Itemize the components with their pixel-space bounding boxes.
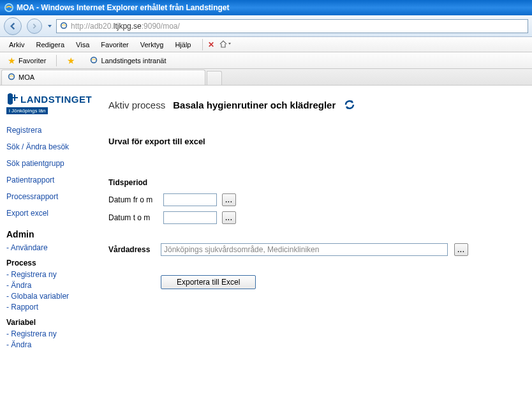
sidebar-process-andra[interactable]: - Ändra xyxy=(6,281,96,290)
datum-from-input[interactable] xyxy=(163,193,217,206)
tab-bar: MOA xyxy=(0,69,532,86)
menu-redigera[interactable]: Redigera xyxy=(31,39,70,50)
svg-point-0 xyxy=(5,4,13,11)
menu-visa[interactable]: Visa xyxy=(71,39,94,50)
datum-tom-input[interactable] xyxy=(163,211,217,224)
add-favorite-button[interactable]: ★ xyxy=(63,54,79,67)
process-section-title: Process xyxy=(6,259,96,267)
ie-page-icon xyxy=(7,72,16,82)
separator xyxy=(56,55,57,66)
vardadress-input[interactable] xyxy=(161,243,448,256)
sidebar-patientrapport[interactable]: Patientrapport xyxy=(6,176,96,184)
sidebar-variabel-andra[interactable]: - Ändra xyxy=(6,340,96,349)
back-button[interactable] xyxy=(4,17,22,35)
aktiv-process-label: Aktiv process xyxy=(108,100,165,110)
svg-point-1 xyxy=(61,22,67,28)
star-icon: ★ xyxy=(8,56,16,66)
window-titlebar: MOA - Windows Internet Explorer erhållet… xyxy=(0,0,532,15)
ie-page-icon xyxy=(89,56,98,66)
process-line: Aktiv process Basala hygienrutiner och k… xyxy=(108,98,526,111)
logo-text: LANDSTINGET xyxy=(20,94,92,105)
menu-verktyg[interactable]: Verktyg xyxy=(135,39,169,50)
star-add-icon: ★ xyxy=(67,56,75,66)
close-toolbar-icon[interactable]: ✕ xyxy=(208,40,214,49)
favorites-button[interactable]: ★ Favoriter xyxy=(4,54,50,67)
main-area: Aktiv process Basala hygienrutiner och k… xyxy=(108,92,526,351)
menu-arkiv[interactable]: Arkiv xyxy=(4,39,29,50)
tab-moa[interactable]: MOA xyxy=(1,70,205,85)
intranet-label: Landstingets intranät xyxy=(101,57,166,64)
sidebar-process-globala[interactable]: - Globala variabler xyxy=(6,292,96,301)
section-heading: Urval för export till excel xyxy=(108,137,526,146)
export-button[interactable]: Exportera till Excel xyxy=(161,275,256,289)
vardadress-label: Vårdadress xyxy=(108,245,154,254)
datum-from-picker[interactable]: ... xyxy=(222,193,236,206)
admin-section-title: Admin xyxy=(6,229,96,239)
logo-badge-icon xyxy=(6,92,19,106)
tidsperiod-label: Tidsperiod xyxy=(108,178,526,187)
datum-tom-label: Datum t o m xyxy=(108,213,158,222)
favorites-label: Favoriter xyxy=(18,57,46,64)
menu-hjalp[interactable]: Hjälp xyxy=(170,39,196,50)
sidebar-anvandare[interactable]: - Användare xyxy=(6,243,96,252)
ie-icon xyxy=(4,3,14,13)
address-bar[interactable]: http://adb20.ltjkpg.se:9090/moa/ xyxy=(56,19,528,33)
datum-tom-picker[interactable]: ... xyxy=(222,211,236,224)
refresh-icon[interactable] xyxy=(343,98,356,111)
svg-point-2 xyxy=(91,57,97,63)
datum-from-label: Datum fr o m xyxy=(108,195,158,204)
logo-subtext: i Jönköpings län xyxy=(6,107,48,114)
sidebar-variabel-registrera[interactable]: - Registrera ny xyxy=(6,329,96,338)
sidebar-export[interactable]: Export excel xyxy=(6,209,96,218)
nav-dropdown-icon[interactable] xyxy=(47,24,52,29)
menubar: Arkiv Redigera Visa Favoriter Verktyg Hj… xyxy=(0,37,532,52)
svg-rect-5 xyxy=(14,94,15,101)
menu-favoriter[interactable]: Favoriter xyxy=(96,39,133,50)
logo: LANDSTINGET i Jönköpings län xyxy=(6,92,96,114)
sidebar: LANDSTINGET i Jönköpings län Registrera … xyxy=(6,92,96,351)
new-tab-button[interactable] xyxy=(207,71,222,85)
tab-label: MOA xyxy=(18,73,34,81)
sidebar-sok-patient[interactable]: Sök patientgrupp xyxy=(6,159,96,168)
home-dropdown-icon[interactable] xyxy=(218,39,232,50)
address-text: http://adb20.ltjkpg.se:9090/moa/ xyxy=(71,22,525,31)
vardadress-picker[interactable]: ... xyxy=(454,243,468,256)
forward-button[interactable] xyxy=(27,19,42,34)
intranet-link[interactable]: Landstingets intranät xyxy=(85,54,170,67)
page-content: LANDSTINGET i Jönköpings län Registrera … xyxy=(0,86,532,370)
process-name: Basala hygienrutiner och klädregler xyxy=(173,100,336,110)
sidebar-processrapport[interactable]: Processrapport xyxy=(6,192,96,201)
svg-point-3 xyxy=(9,74,15,80)
navbar: http://adb20.ltjkpg.se:9090/moa/ xyxy=(0,15,532,37)
variabel-section-title: Variabel xyxy=(6,318,96,327)
sidebar-process-rapport[interactable]: - Rapport xyxy=(6,303,96,312)
sidebar-registrera[interactable]: Registrera xyxy=(6,126,96,135)
ie-page-icon xyxy=(59,21,68,31)
sidebar-process-registrera[interactable]: - Registrera ny xyxy=(6,270,96,279)
sidebar-sok-andra[interactable]: Sök / Ändra besök xyxy=(6,142,96,151)
favorites-bar: ★ Favoriter ★ Landstingets intranät xyxy=(0,52,532,69)
window-title: MOA - Windows Internet Explorer erhållet… xyxy=(17,3,229,12)
